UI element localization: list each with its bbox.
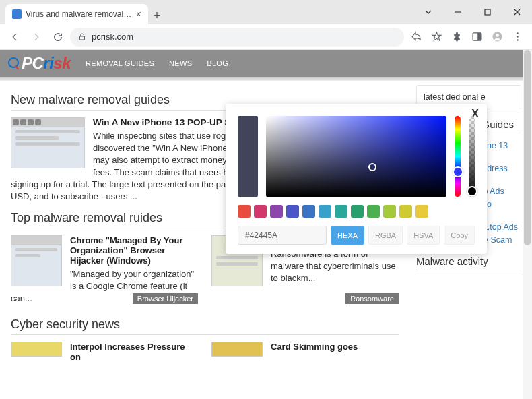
nav-blog[interactable]: BLOG	[207, 59, 228, 67]
category-badge[interactable]: Browser Hijacker	[133, 293, 198, 304]
swatch[interactable]	[399, 205, 412, 218]
category-badge[interactable]: Ransomware	[345, 293, 399, 304]
color-picker-panel: X #42445A HEXA RGBA HSV	[226, 104, 487, 254]
swatch[interactable]	[254, 205, 267, 218]
overflow-icon[interactable]	[413, 0, 443, 24]
article-thumb[interactable]	[11, 342, 62, 357]
profile-icon[interactable]	[488, 28, 506, 47]
forward-button[interactable]	[27, 28, 46, 47]
swatch[interactable]	[415, 205, 428, 218]
svg-rect-2	[477, 33, 481, 40]
swatch[interactable]	[319, 205, 331, 218]
swatch[interactable]	[367, 205, 380, 218]
hue-slider[interactable]	[455, 116, 461, 197]
minimize-button[interactable]	[443, 0, 473, 24]
nav-news[interactable]: NEWS	[169, 59, 192, 67]
back-button[interactable]	[5, 28, 24, 47]
close-window-button[interactable]	[502, 0, 532, 24]
swatch-row	[238, 205, 475, 218]
tab-title: Virus and malware removal instru…	[26, 9, 132, 19]
svg-point-4	[496, 34, 499, 37]
magnifier-icon	[8, 57, 20, 69]
scrollbar[interactable]	[523, 50, 532, 399]
format-hsva-button[interactable]: HSVA	[407, 226, 440, 245]
news-card-skimming: Card Skimming goes	[211, 342, 399, 365]
favicon	[12, 9, 22, 19]
article-thumb[interactable]	[11, 117, 85, 168]
format-rgba-button[interactable]: RGBA	[368, 226, 403, 245]
svg-point-7	[517, 39, 519, 41]
hex-input[interactable]: #42445A	[238, 226, 327, 245]
swatch[interactable]	[286, 205, 299, 218]
browser-tab[interactable]: Virus and malware removal instru… ×	[5, 4, 148, 24]
copy-button[interactable]: Copy	[444, 226, 475, 245]
section-cyber-news: Cyber security news	[11, 317, 399, 335]
color-preview	[238, 116, 258, 197]
site-logo[interactable]: PCrisk	[8, 54, 71, 73]
new-tab-button[interactable]: +	[148, 7, 166, 24]
saturation-value-field[interactable]	[266, 116, 446, 197]
maximize-button[interactable]	[473, 0, 502, 24]
browser-toolbar: pcrisk.com	[0, 24, 532, 50]
format-hexa-button[interactable]: HEXA	[331, 226, 364, 245]
share-icon[interactable]	[407, 28, 426, 47]
svg-rect-0	[485, 9, 490, 15]
nav-removal-guides[interactable]: REMOVAL GUIDES	[86, 59, 154, 67]
bookmark-icon[interactable]	[427, 28, 446, 47]
swatch[interactable]	[270, 205, 283, 218]
article-thumb[interactable]	[211, 342, 263, 357]
article-thumb[interactable]	[11, 235, 62, 286]
swatch[interactable]	[383, 205, 396, 218]
extensions-icon[interactable]	[447, 28, 466, 47]
side-heading-activity: Malware activity	[416, 255, 521, 270]
site-nav: PCrisk REMOVAL GUIDES NEWS BLOG	[0, 50, 532, 77]
hue-thumb[interactable]	[453, 166, 463, 177]
menu-icon[interactable]	[508, 28, 527, 47]
url-text: pcrisk.com	[92, 32, 133, 42]
close-tab-icon[interactable]: ×	[136, 9, 141, 20]
swatch[interactable]	[238, 205, 251, 218]
alpha-slider[interactable]	[469, 116, 475, 197]
swatch[interactable]	[335, 205, 347, 218]
sidepanel-icon[interactable]	[467, 28, 486, 47]
alpha-thumb[interactable]	[467, 186, 477, 197]
lock-icon	[78, 33, 86, 41]
svg-point-5	[517, 32, 519, 34]
news-interpol: Interpol Increases Pressure on	[11, 342, 198, 365]
reload-button[interactable]	[48, 28, 67, 47]
swatch[interactable]	[302, 205, 315, 218]
sv-cursor[interactable]	[368, 163, 376, 171]
swatch[interactable]	[351, 205, 364, 218]
scrollbar-thumb[interactable]	[524, 50, 531, 245]
article-hijacker: Chrome "Managed By Your Organization" Br…	[11, 235, 198, 305]
address-bar[interactable]: pcrisk.com	[70, 28, 404, 47]
svg-point-6	[517, 36, 519, 38]
window-titlebar: Virus and malware removal instru… × +	[0, 0, 532, 24]
